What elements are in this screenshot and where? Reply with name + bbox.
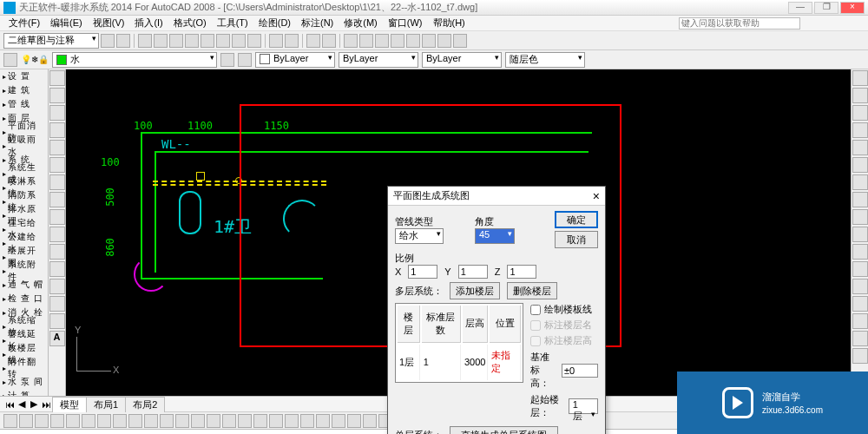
tool-icon[interactable] [300, 414, 314, 428]
tool-icon[interactable] [201, 34, 214, 48]
add-floor-button[interactable]: 添加楼层 [450, 282, 500, 299]
layer-icon[interactable] [3, 53, 17, 67]
tool-icon[interactable] [49, 244, 65, 260]
tool-icon[interactable] [391, 34, 404, 48]
plotstyle-combo[interactable]: 随层色 [505, 52, 585, 68]
sidebar-item[interactable]: ▸附件翻转 [0, 361, 48, 375]
tool-icon[interactable] [49, 209, 65, 225]
sidebar-item[interactable]: ▸管 线 [0, 97, 48, 111]
sidebar-item[interactable]: ▸水 泵 间 [0, 375, 48, 389]
dialog-close-icon[interactable]: × [593, 189, 600, 203]
tool-icon[interactable] [49, 296, 65, 312]
linetype-combo[interactable]: ByLayer [339, 52, 418, 68]
menu-edit[interactable]: 编辑(E) [45, 16, 88, 30]
tool-icon[interactable] [852, 105, 868, 121]
tool-icon[interactable] [216, 34, 230, 48]
tool-icon[interactable] [852, 192, 868, 207]
tab-layout2[interactable]: 布局2 [125, 397, 165, 412]
menu-help[interactable]: 帮助(H) [428, 16, 470, 30]
tool-icon[interactable] [238, 53, 252, 67]
tool-icon[interactable] [852, 122, 868, 138]
tool-icon[interactable] [49, 88, 65, 103]
tool-icon[interactable] [49, 192, 65, 207]
tab-first-icon[interactable]: ⏮ [3, 399, 16, 410]
sidebar-item[interactable]: ▸计 算 [0, 389, 48, 396]
chk-draw-plan-lines[interactable]: 绘制楼板线 [530, 303, 598, 316]
ok-button[interactable]: 确定 [555, 211, 598, 228]
new-icon[interactable] [138, 34, 152, 48]
tab-last-icon[interactable]: ⏭ [40, 399, 52, 410]
tool-icon[interactable] [49, 122, 65, 138]
start-floor-combo[interactable]: 1层 [569, 398, 598, 414]
menu-file[interactable]: 文件(F) [3, 16, 45, 30]
tool-icon[interactable] [453, 34, 467, 48]
tool-icon[interactable] [220, 53, 234, 67]
tool-icon[interactable] [49, 70, 65, 86]
tool-icon[interactable] [852, 140, 868, 155]
help-search-input[interactable] [679, 17, 800, 30]
text-tool-icon[interactable]: A [49, 331, 65, 346]
tool-icon[interactable] [116, 34, 130, 48]
delete-floor-button[interactable]: 删除楼层 [507, 282, 557, 299]
open-icon[interactable] [154, 34, 168, 48]
tool-icon[interactable] [852, 209, 868, 225]
tool-icon[interactable] [191, 414, 205, 428]
cut-icon[interactable] [269, 34, 283, 48]
minimize-button[interactable]: — [788, 2, 812, 14]
tool-icon[interactable] [128, 414, 142, 428]
tool-icon[interactable] [332, 414, 345, 428]
sidebar-item[interactable]: ▸检 查 口 [0, 292, 48, 306]
scale-z-input[interactable] [507, 265, 536, 279]
tool-icon[interactable] [347, 414, 361, 428]
tool-icon[interactable] [160, 414, 174, 428]
tool-icon[interactable] [316, 414, 330, 428]
color-combo[interactable]: ByLayer [255, 52, 335, 68]
lineweight-combo[interactable]: ByLayer [422, 52, 502, 68]
tool-icon[interactable] [852, 296, 868, 312]
maximize-button[interactable]: ❐ [814, 2, 838, 14]
tool-icon[interactable] [49, 140, 65, 155]
tool-icon[interactable] [49, 157, 65, 173]
drawing-canvas[interactable]: 100 1100 1150 100 500 860 WL-- 1#卫 [66, 69, 851, 396]
tool-icon[interactable] [113, 414, 127, 428]
layer-combo[interactable]: 水 [52, 52, 217, 68]
undo-icon[interactable] [306, 34, 320, 48]
sidebar-item[interactable]: ▸通 气 帽 [0, 278, 48, 292]
workspace-combo[interactable]: 二维草图与注释 [3, 33, 99, 49]
tool-icon[interactable] [97, 414, 111, 428]
menu-format[interactable]: 格式(O) [168, 16, 212, 30]
tool-icon[interactable] [35, 414, 49, 428]
redo-icon[interactable] [322, 34, 336, 48]
print-icon[interactable] [185, 34, 199, 48]
base-elev-input[interactable] [562, 364, 598, 378]
tool-icon[interactable] [422, 34, 436, 48]
tool-icon[interactable] [852, 70, 868, 86]
menu-insert[interactable]: 插入(I) [129, 16, 168, 30]
tool-icon[interactable] [852, 157, 868, 173]
scale-x-input[interactable] [408, 265, 437, 279]
tool-icon[interactable] [207, 414, 220, 428]
tool-icon[interactable] [49, 261, 65, 277]
sidebar-item[interactable]: ▸虹吸雨水 [0, 139, 48, 153]
tool-icon[interactable] [82, 414, 95, 428]
tool-icon[interactable] [852, 348, 868, 364]
dialog-titlebar[interactable]: 平面图生成系统图 × [388, 187, 605, 206]
menu-view[interactable]: 视图(V) [88, 16, 130, 30]
tool-icon[interactable] [406, 34, 420, 48]
sidebar-item[interactable]: ▸建 筑 [0, 83, 48, 97]
menu-tools[interactable]: 工具(T) [212, 16, 253, 30]
tool-icon[interactable] [238, 414, 252, 428]
tool-icon[interactable] [852, 227, 868, 242]
tool-icon[interactable] [344, 34, 358, 48]
tab-prev-icon[interactable]: ◀ [16, 398, 28, 410]
tool-icon[interactable] [49, 279, 65, 294]
tool-icon[interactable] [285, 414, 299, 428]
tool-icon[interactable] [49, 105, 65, 121]
tool-icon[interactable] [852, 261, 868, 277]
tool-icon[interactable] [50, 414, 64, 428]
tool-icon[interactable] [363, 414, 377, 428]
tool-icon[interactable] [66, 414, 80, 428]
tool-icon[interactable] [852, 331, 868, 346]
tab-layout1[interactable]: 布局1 [86, 397, 126, 412]
tool-icon[interactable] [375, 34, 389, 48]
